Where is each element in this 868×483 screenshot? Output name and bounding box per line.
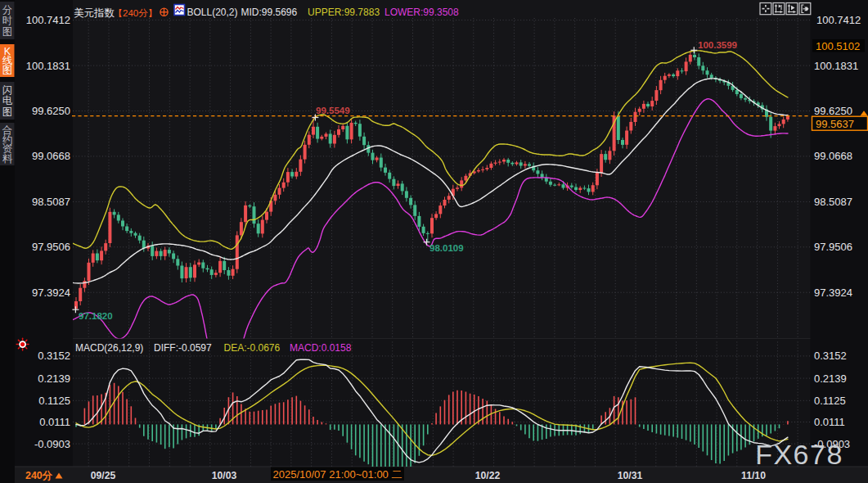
svg-text:0.1125: 0.1125: [38, 395, 70, 407]
svg-text:MACD(26,12,9): MACD(26,12,9): [75, 342, 143, 354]
svg-text:UPPER:99.7883: UPPER:99.7883: [308, 7, 380, 18]
svg-text:99.5637: 99.5637: [816, 118, 854, 130]
svg-text:图: 图: [2, 26, 13, 38]
svg-text:100.1831: 100.1831: [26, 60, 70, 72]
svg-text:DIFF:-0.0597: DIFF:-0.0597: [154, 342, 212, 354]
svg-text:0.2139: 0.2139: [38, 372, 70, 385]
svg-text:98.5087: 98.5087: [32, 196, 70, 208]
svg-text:闪: 闪: [2, 84, 13, 96]
svg-text:0.0111: 0.0111: [39, 416, 70, 428]
svg-text:09/25: 09/25: [91, 470, 116, 481]
svg-text:MID:99.5696: MID:99.5696: [241, 7, 298, 18]
svg-text:0.1125: 0.1125: [814, 395, 846, 407]
svg-text:美元指数: 美元指数: [74, 7, 115, 19]
svg-text:0.0111: 0.0111: [814, 416, 845, 428]
svg-text:电: 电: [2, 95, 13, 106]
svg-text:图: 图: [2, 65, 13, 76]
svg-text:-0.0903: -0.0903: [34, 438, 70, 450]
svg-text:99.0668: 99.0668: [814, 150, 852, 162]
svg-text:240分: 240分: [25, 470, 53, 481]
svg-text:11/10: 11/10: [741, 470, 766, 481]
svg-text:99.5549: 99.5549: [316, 106, 350, 115]
svg-text:0.3152: 0.3152: [814, 350, 847, 362]
svg-text:99.6250: 99.6250: [32, 105, 70, 117]
svg-text:0.2139: 0.2139: [814, 372, 847, 385]
svg-text:99.0668: 99.0668: [32, 150, 70, 162]
svg-text:97.9506: 97.9506: [814, 241, 852, 253]
svg-text:10/31: 10/31: [618, 470, 643, 481]
svg-text:97.9506: 97.9506: [32, 241, 70, 253]
svg-text:97.3924: 97.3924: [32, 287, 70, 299]
svg-text:99.6250: 99.6250: [814, 105, 852, 117]
svg-text:100.3599: 100.3599: [698, 40, 737, 50]
svg-text:图: 图: [2, 106, 13, 118]
svg-text:2025/10/07 21:00~01:00 二: 2025/10/07 21:00~01:00 二: [273, 468, 403, 481]
svg-text:97.1820: 97.1820: [79, 311, 113, 321]
svg-text:FX678: FX678: [755, 439, 843, 470]
svg-text:DEA:-0.0676: DEA:-0.0676: [224, 342, 281, 354]
svg-text:100.7412: 100.7412: [816, 14, 861, 26]
svg-text:10/03: 10/03: [212, 470, 237, 481]
svg-text:98.5087: 98.5087: [814, 196, 852, 208]
svg-text:LOWER:99.3508: LOWER:99.3508: [385, 7, 459, 18]
svg-text:【240分】: 【240分】: [114, 8, 158, 18]
svg-text:BOLL(20,2): BOLL(20,2): [187, 7, 238, 18]
svg-text:时: 时: [2, 15, 13, 26]
svg-text:100.7412: 100.7412: [26, 14, 70, 26]
svg-text:10/22: 10/22: [475, 470, 501, 481]
svg-text:分: 分: [2, 4, 13, 16]
svg-text:MACD:0.0158: MACD:0.0158: [290, 342, 352, 354]
svg-text:100.1831: 100.1831: [814, 60, 858, 72]
svg-text:料: 料: [2, 153, 13, 165]
svg-text:98.0109: 98.0109: [430, 243, 464, 253]
svg-text:97.3924: 97.3924: [814, 287, 852, 299]
svg-text:100.5102: 100.5102: [816, 40, 860, 52]
svg-text:0.3152: 0.3152: [38, 350, 70, 362]
